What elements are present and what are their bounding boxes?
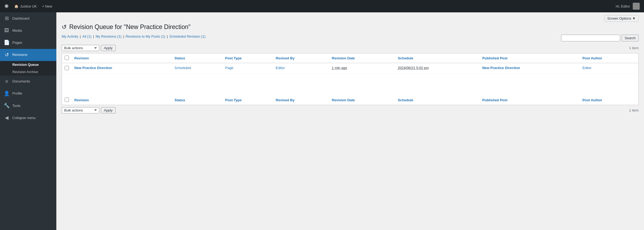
foot-col-post-author[interactable]: Post Author [580,95,638,105]
item-count-top: 1 item [629,46,639,50]
revisions-submenu: Revision Queue Revision Archive [0,61,56,76]
bulk-actions-select-bottom[interactable]: Bulk actions [62,107,99,113]
sidebar-item-documents[interactable]: ≡ Documents [0,76,56,88]
table-body: New Practice Direction Scheduled Page Ed… [62,63,639,95]
foot-col-published-post-label: Published Post [482,98,507,102]
col-revised-by[interactable]: Revised By [273,53,329,63]
post-type-link[interactable]: Page [225,66,233,70]
col-status[interactable]: Status [172,53,222,63]
revision-date-value: 1 min ago [332,66,347,70]
col-post-author[interactable]: Post Author [580,53,638,63]
row-checkbox[interactable] [65,66,69,70]
screen-options-bar: Screen Options ▼ [62,12,639,23]
sidebar-item-media[interactable]: 🖼 Media [0,24,56,37]
filter-my-activity[interactable]: My Activity [62,34,78,38]
col-published-post[interactable]: Published Post [480,53,580,63]
col-checkbox[interactable] [62,53,72,63]
search-input[interactable] [561,35,620,41]
screen-options-button[interactable]: Screen Options ▼ [604,15,639,22]
scheduled-revision-link[interactable]: Scheduled Revision (1) [169,34,205,38]
sidebar-item-label: Revisions [12,52,27,57]
tablenav-bottom-count: 1 item [629,108,639,112]
new-content-link[interactable]: + New [42,4,52,8]
collapse-icon: ◀ [4,114,10,121]
submenu-item-revision-archive[interactable]: Revision Archive [0,68,56,76]
row-post-type-cell: Page [222,63,273,74]
submenu-item-revision-queue[interactable]: Revision Queue [0,61,56,68]
col-revision-date[interactable]: Revision Date [329,53,395,63]
filter-my-revisions[interactable]: My Revisions (1) [96,34,122,38]
col-post-type[interactable]: Post Type [222,53,273,63]
revised-by-link[interactable]: Editor [276,66,285,70]
foot-col-revised-by[interactable]: Revised By [273,95,329,105]
revision-link[interactable]: New Practice Direction [74,66,112,70]
foot-col-status-label: Status [174,98,185,102]
select-all-checkbox-foot[interactable] [65,98,69,102]
foot-col-revision[interactable]: Revision [72,95,172,105]
filter-revisions-to-my-posts[interactable]: Revisions to My Posts (1) [126,34,165,38]
published-post-link[interactable]: New Practice Direction [482,66,520,70]
row-published-post-cell: New Practice Direction [480,63,580,74]
collapse-menu-button[interactable]: ◀ Collapse menu [0,112,56,124]
home-icon: 🏠 [14,4,19,8]
sidebar-item-label: Profile [12,91,22,96]
my-revisions-link[interactable]: My Revisions (1) [96,34,122,38]
tablenav-bottom-left: Bulk actions Apply [62,107,116,113]
filter-all[interactable]: All (1) [82,34,92,38]
apply-button-top[interactable]: Apply [101,45,116,51]
col-revision[interactable]: Revision [72,53,172,63]
sidebar-menu: ⊞ Dashboard 🖼 Media 📄 Pages ↺ Revisions … [0,12,56,124]
sidebar-item-revisions[interactable]: ↺ Revisions [0,49,56,61]
bulk-actions-select-top[interactable]: Bulk actions [62,45,99,51]
apply-button-bottom[interactable]: Apply [101,107,116,113]
tablenav-top-count: 1 item [629,46,639,50]
row-revision-cell: New Practice Direction [72,63,172,74]
tablenav-top: Bulk actions Apply 1 item [62,45,639,51]
row-schedule-cell: 2024/06/21 5:02 pm [395,63,480,74]
page-title-area: ↺ Revision Queue for "New Practice Direc… [62,23,639,31]
col-post-author-label: Post Author [582,56,602,60]
filter-scheduled-revision[interactable]: Scheduled Revision (1) [169,34,205,38]
post-author-link[interactable]: Editor [582,66,591,70]
foot-col-revision-date[interactable]: Revision Date [329,95,395,105]
site-name: Justice UK [20,4,37,8]
status-link[interactable]: Scheduled [174,66,191,70]
foot-col-status[interactable]: Status [172,95,222,105]
filter-links: My Activity | All (1) | My Revisions (1)… [62,34,206,38]
wp-logo-icon[interactable]: ✺ [4,3,9,9]
search-button[interactable]: Search [622,35,639,41]
my-activity-link[interactable]: My Activity [62,34,78,38]
col-post-type-label: Post Type [225,56,241,60]
foot-col-published-post[interactable]: Published Post [480,95,580,105]
sidebar-item-label: Pages [12,40,22,45]
tablenav-bottom: Bulk actions Apply 1 item [62,107,639,113]
revisions-to-my-posts-link[interactable]: Revisions to My Posts (1) [126,34,165,38]
sidebar-item-tools[interactable]: 🔧 Tools [0,100,56,112]
sidebar-item-profile[interactable]: 👤 Profile [0,88,56,100]
avatar[interactable] [633,3,640,10]
sidebar-item-label: Media [12,28,22,33]
col-revision-date-label: Revision Date [332,56,355,60]
foot-col-post-type[interactable]: Post Type [222,95,273,105]
foot-checkbox[interactable] [62,95,72,105]
sidebar-item-label: Documents [12,79,30,84]
foot-col-schedule[interactable]: Schedule [395,95,480,105]
schedule-value: 2024/06/21 5:02 pm [398,66,429,70]
row-checkbox-cell[interactable] [62,63,72,74]
table-footer-row: Revision Status Post Type Revised By Rev… [62,95,639,105]
all-link[interactable]: All (1) [82,34,92,38]
row-revised-by-cell: Editor [273,63,329,74]
foot-col-revision-date-label: Revision Date [332,98,355,102]
admin-bar: ✺ 🏠 Justice UK + New Hi, Editor [0,0,644,12]
select-all-checkbox[interactable] [65,56,69,60]
sidebar-item-pages[interactable]: 📄 Pages [0,37,56,49]
tablenav-top-left: Bulk actions Apply [62,45,116,51]
sidebar-item-dashboard[interactable]: ⊞ Dashboard [0,12,56,24]
col-schedule[interactable]: Schedule [395,53,480,63]
revisions-icon: ↺ [4,52,10,58]
site-link[interactable]: 🏠 Justice UK [14,4,37,8]
tools-icon: 🔧 [4,102,10,109]
sidebar-item-label: Tools [12,103,20,108]
search-area: Search [561,35,639,41]
table-row: New Practice Direction Scheduled Page Ed… [62,63,639,74]
